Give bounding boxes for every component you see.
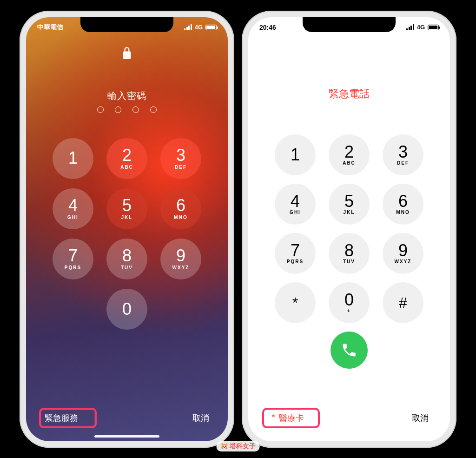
emergency-call-screen: 20:46 4G 緊急電話 1 2ABC 3DEF 4GHI 5JKL 6MNO [248,17,450,441]
dial-key-3[interactable]: 3DEF [383,134,423,175]
emergency-services-button[interactable]: 緊急服務 [45,412,78,424]
passcode-keypad: 1 2ABC 3DEF 4GHI 5JKL 6MNO 7PQRS 8TUV 9W… [26,138,228,330]
dial-key-8[interactable]: 8TUV [329,233,370,274]
call-button[interactable] [331,332,368,369]
key-2[interactable]: 2ABC [106,138,147,179]
passcode-screen: 中華電信 4G 輸入密碼 1 2ABC 3DEF [26,17,228,441]
signal-icon [406,24,414,30]
key-4[interactable]: 4GHI [53,188,93,229]
key-1[interactable]: 1 [53,138,93,179]
dial-key-1[interactable]: 1 [275,134,316,175]
notch [80,17,173,32]
key-8[interactable]: 8TUV [106,239,147,279]
key-3[interactable]: 3DEF [160,138,201,179]
dial-key-5[interactable]: 5JKL [329,184,370,225]
battery-icon [205,25,217,30]
battery-icon [428,25,439,30]
passcode-prompt: 輸入密碼 [26,90,228,102]
emergency-call-title: 緊急電話 [248,87,450,101]
passcode-dots [26,106,228,113]
lock-icon [122,47,132,62]
carrier-label: 中華電信 [37,23,63,32]
key-5[interactable]: 5JKL [106,188,147,229]
dial-keypad: 1 2ABC 3DEF 4GHI 5JKL 6MNO 7PQRS 8TUV 9W… [248,134,450,369]
network-label: 4G [417,24,425,31]
signal-icon [184,24,192,30]
home-indicator[interactable] [94,435,159,438]
cancel-button[interactable]: 取消 [412,412,429,424]
key-7[interactable]: 7PQRS [53,239,93,279]
dial-key-hash[interactable]: # [383,282,423,323]
dial-key-9[interactable]: 9WXYZ [383,233,423,274]
dial-key-2[interactable]: 2ABC [329,134,370,175]
dial-key-star[interactable]: * [275,282,316,323]
dial-key-4[interactable]: 4GHI [275,184,316,225]
dial-key-7[interactable]: 7PQRS [275,233,316,274]
network-label: 4G [195,24,203,31]
key-0[interactable]: 0 [106,289,147,330]
cancel-button[interactable]: 取消 [192,412,209,424]
key-9[interactable]: 9WXYZ [160,239,201,279]
medical-id-label: 醫療卡 [279,412,304,424]
watermark: 🐹 塔科女子 [217,441,260,451]
notch [303,17,396,32]
dial-key-0[interactable]: 0+ [329,282,370,323]
phone-icon [341,342,357,358]
phone-frame-passcode: 中華電信 4G 輸入密碼 1 2ABC 3DEF [20,11,234,448]
asterisk-icon: ＊ [270,412,277,422]
dial-key-6[interactable]: 6MNO [383,184,423,225]
phone-frame-emergency-call: 20:46 4G 緊急電話 1 2ABC 3DEF 4GHI 5JKL 6MNO [242,11,456,448]
time-label: 20:46 [259,24,276,31]
medical-id-button[interactable]: ＊ 醫療卡 [270,412,304,424]
key-6[interactable]: 6MNO [160,188,201,229]
